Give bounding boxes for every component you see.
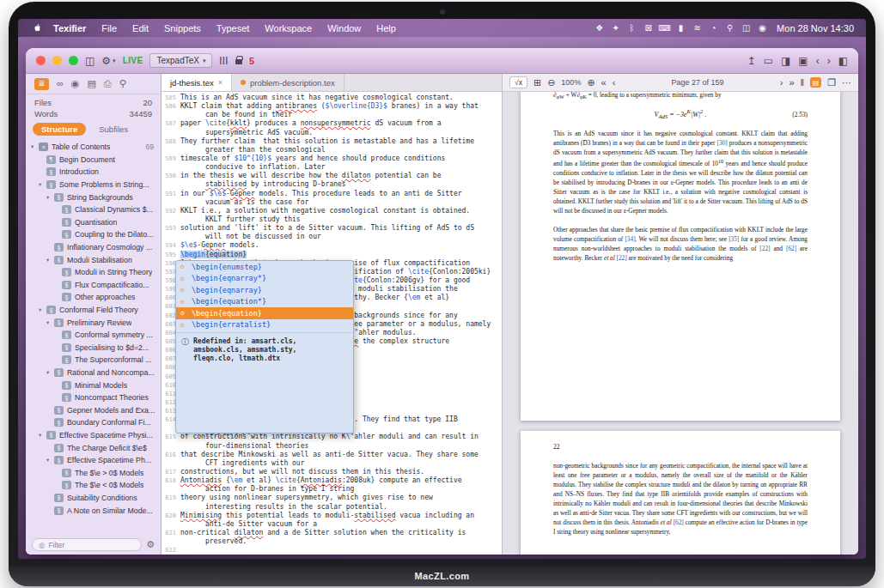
code-line[interactable]: 615of constructions with intrinsically n…	[162, 433, 502, 441]
toc-item[interactable]: ▾≡Table of Contents69	[31, 141, 161, 154]
toc-item[interactable]: §Quantisation	[31, 216, 161, 229]
code-line[interactable]: stabilised by introducing D-branes	[162, 180, 502, 189]
toc-item[interactable]: §Introduction	[31, 166, 161, 179]
chevron-down-icon[interactable]: ▾	[46, 457, 54, 464]
toc-item[interactable]: ▾§Effective Spacetime Ph...	[31, 454, 161, 467]
battery-icon[interactable]: ▮	[674, 23, 688, 33]
minimize-window-button[interactable]	[52, 56, 62, 65]
toc-item[interactable]: §The Charge Deficit $\e$	[31, 441, 161, 454]
bluetooth-icon[interactable]: ᛒ	[625, 23, 639, 33]
forward-icon[interactable]: ›	[827, 56, 831, 66]
more-icon[interactable]: ⋯	[842, 78, 851, 88]
toc-item[interactable]: ▾§Moduli Stabilisation	[31, 253, 161, 266]
screen-mirroring-icon[interactable]: ⊠	[641, 23, 655, 33]
chevron-down-icon[interactable]: ▾	[46, 194, 54, 201]
new-panel-icon[interactable]: ◧	[838, 56, 848, 66]
code-line[interactable]: 586KKLT claim that adding antibranes ($\…	[162, 102, 502, 111]
toc-item[interactable]: §Conformal symmetry ...	[31, 329, 161, 342]
pause-icon[interactable]: ‖	[801, 78, 805, 88]
code-line[interactable]: vacuum as is the case for	[162, 198, 502, 207]
toc-item[interactable]: §The $\e < 0$ Models	[31, 479, 161, 492]
code-line[interactable]: 592KKLT i.e., a solution with negative c…	[162, 207, 502, 215]
autocomplete-item[interactable]: ◇\begin{enumstep}	[176, 261, 353, 273]
code-line[interactable]: 617constructions, but we will not discus…	[162, 468, 502, 476]
copy-icon[interactable]: ❐	[827, 78, 836, 88]
code-line[interactable]: interesting results in the scalar potent…	[162, 503, 502, 512]
chevron-down-icon[interactable]: ▾	[39, 181, 46, 188]
view-single-icon[interactable]: ▭	[764, 56, 773, 66]
typeset-settings-button[interactable]: ⚙ ▾	[101, 56, 115, 66]
search-icon[interactable]: ⚲	[119, 79, 126, 88]
first-page-icon[interactable]: «	[601, 78, 607, 88]
autocomplete-item[interactable]: ◇\begin{eqnarray*}	[176, 273, 353, 285]
code-line[interactable]: preserved.	[162, 537, 502, 546]
code-line[interactable]: anti-de Sitter vacuum for a	[162, 520, 502, 529]
code-line[interactable]: 590in the thesis we will describe how th…	[162, 172, 502, 180]
filter-input[interactable]: ◎ Filter	[32, 538, 142, 551]
zoom-level[interactable]: 100%	[561, 78, 581, 87]
toc-item[interactable]: §Gepner Models and Exa...	[31, 403, 161, 416]
code-line[interactable]: 587paper \cite{kklt} produces a nonsuper…	[162, 119, 502, 128]
toc-item[interactable]: §Classical Dynamics $...	[31, 203, 161, 216]
chevron-down-icon[interactable]: ▾	[39, 306, 46, 313]
menu-file[interactable]: File	[94, 23, 125, 33]
menu-help[interactable]: Help	[369, 23, 404, 33]
prev-page-icon[interactable]: ‹	[613, 78, 616, 88]
editor-tab[interactable]: jd-thesis.tex×	[162, 74, 232, 91]
wifi-icon[interactable]: ≋	[690, 23, 704, 33]
chevron-down-icon[interactable]: ▾	[46, 319, 54, 326]
toc-item[interactable]: §Flux Compactificatio...	[31, 279, 161, 292]
zoom-out-icon[interactable]: ⊖	[547, 78, 555, 88]
chevron-down-icon[interactable]: ▾	[46, 369, 54, 376]
keyboard-icon[interactable]: ⌨	[657, 23, 672, 33]
autocomplete-item[interactable]: ◇\begin{equation}	[176, 307, 353, 319]
autocomplete-item[interactable]: ◇\begin{erratalist}	[176, 319, 353, 331]
eye-icon[interactable]: ◉	[71, 79, 80, 88]
structure-icon[interactable]: ≣	[34, 78, 49, 90]
issues-icon[interactable]: ▤	[810, 77, 821, 88]
error-count-badge[interactable]: 5	[249, 56, 254, 66]
code-line[interactable]: 585This is an AdS vacuum since it has ne…	[162, 94, 502, 102]
autocomplete-item[interactable]: ◇\begin{eqnarray}	[176, 284, 353, 296]
siri-icon[interactable]: ◉	[755, 23, 770, 33]
toc-item[interactable]: ▾§String Backgrounds	[31, 191, 161, 203]
code-line[interactable]: 620Minimising this potential leads to mo…	[162, 512, 502, 520]
control-center-icon[interactable]: ◫	[739, 23, 753, 33]
toc-item[interactable]: ▾§Rational and Noncompa...	[31, 367, 161, 379]
menu-typeset[interactable]: Typeset	[209, 23, 258, 33]
sidebar-tab-structure[interactable]: Structure	[33, 123, 86, 136]
toc-item[interactable]: §Noncompact Theories	[31, 391, 161, 404]
toc-item[interactable]: ▾§Conformal Field Theory	[31, 304, 161, 317]
last-page-icon[interactable]: »	[789, 78, 794, 88]
code-line[interactable]: KKLT further study this	[162, 215, 502, 224]
code-line[interactable]: will not be discussed in our	[162, 233, 502, 241]
toc-item[interactable]: §The $\e > 0$ Models	[31, 466, 161, 479]
code-line[interactable]: CFT ingredients with our	[162, 459, 502, 468]
close-window-button[interactable]	[36, 56, 46, 65]
menubar-clock[interactable]: Mon 28 Nov 14:30	[770, 23, 854, 33]
code-line[interactable]: 589timescale of $10^{10}$ years and henc…	[162, 155, 502, 163]
apple-menu-icon[interactable]	[30, 22, 44, 33]
toc-item[interactable]: §Other approaches	[31, 291, 161, 304]
folder-icon[interactable]: ▤	[87, 79, 95, 88]
sidebar-tab-subfiles[interactable]: Subfiles	[90, 123, 137, 136]
editor-tab[interactable]: problem-description.tex	[232, 74, 344, 91]
code-line[interactable]: four-dimensional theories	[162, 442, 502, 451]
shield-icon[interactable]: ❖	[592, 23, 607, 33]
window-titlebar[interactable]: ◫ ⚙ ▾ LIVE TexpadTeX ▾ ||| 5 ↥ ▭	[26, 48, 858, 74]
code-line[interactable]: conducive to inflation. Later	[162, 163, 502, 172]
thumbnails-icon[interactable]: ⊞	[533, 78, 541, 88]
code-line[interactable]: 594$\e$-Gepner models.	[162, 241, 502, 250]
typeset-engine-selector[interactable]: TexpadTeX ▾	[149, 53, 212, 68]
link-icon[interactable]: ∞	[57, 79, 64, 88]
code-line[interactable]: 593solution and 'lift' it to a de Sitter…	[162, 224, 502, 233]
toc-item[interactable]: §Suitability Conditions	[31, 492, 161, 505]
share-icon[interactable]: ↥	[747, 56, 756, 66]
page-indicator[interactable]: Page 27 of 159	[672, 78, 724, 87]
next-page-icon[interactable]: ›	[780, 78, 783, 88]
toc-item[interactable]: ▾§Preliminary Review	[31, 316, 161, 329]
chevron-down-icon[interactable]: ▾	[39, 432, 46, 439]
code-line[interactable]: 591in our $\e$-Gepner models. This proce…	[162, 190, 502, 198]
toc-item[interactable]: §Specialising to $d=2...	[31, 342, 161, 355]
time-machine-icon[interactable]: ◔	[706, 23, 721, 33]
